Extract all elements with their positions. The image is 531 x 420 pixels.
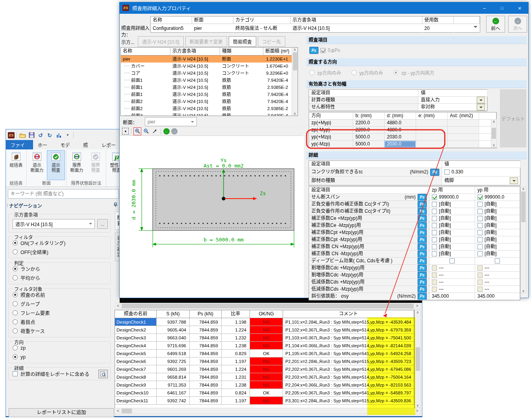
checkbox-icon[interactable] <box>432 209 437 214</box>
checkbox-icon[interactable] <box>477 237 483 242</box>
section-selector-combo[interactable]: pier <box>145 117 197 126</box>
parameter-yp-cell[interactable]: [自動] <box>475 201 520 208</box>
scroll-left-icon[interactable]: < <box>115 303 121 309</box>
table-row[interactable]: DesignCheck29605.4047844.8591.224NGP1,10… <box>115 326 414 334</box>
direction-value-cell[interactable]: 5000.0 <box>353 141 385 147</box>
dialog-titlebar[interactable]: ES 照査用詳細入力プロパティ – □ × <box>119 2 529 14</box>
table-row[interactable]: DesignCheck69392.7257844.8591.197NGP2,20… <box>115 357 414 365</box>
parameter-zp-cell[interactable]: 999000.0 <box>429 194 475 201</box>
radio-icon[interactable] <box>13 301 18 306</box>
result-name-cell[interactable]: DesignCheck10 <box>115 389 157 397</box>
checkbox-icon[interactable] <box>477 244 483 249</box>
parameter-zp-cell[interactable]: --- <box>429 265 475 271</box>
checkbox-icon[interactable] <box>432 244 437 249</box>
parameter-yp-cell[interactable]: --- <box>475 265 520 271</box>
scroll-down-icon[interactable]: ∨ <box>522 289 525 293</box>
radio-option-着目点[interactable]: 着目点 <box>13 317 108 326</box>
section-name-cell[interactable]: 前面3 <box>121 112 170 116</box>
dialog-toolbar-button[interactable]: 断面要素で変更 <box>185 36 227 47</box>
table-row[interactable]: DesignCheck106461.1677844.8590.824OKP2,2… <box>115 389 414 397</box>
result-name-cell[interactable]: DesignCheck2 <box>115 326 157 334</box>
ribbon-button-限界照査[interactable]: 限界照査 <box>87 150 105 180</box>
result-name-cell[interactable]: DesignCheck7 <box>115 365 157 373</box>
radio-option-zp[interactable]: zp <box>13 343 108 352</box>
radio-icon[interactable] <box>13 275 18 280</box>
table-row[interactable]: pier道示-V H24 [10.5]断面1.2230E+1 <box>121 55 298 63</box>
radio-icon[interactable] <box>13 266 18 271</box>
open-folder-icon[interactable] <box>19 132 26 139</box>
view-forward-icon[interactable]: → <box>171 128 178 134</box>
direction-value-cell[interactable] <box>416 141 448 147</box>
checkbox-icon[interactable] <box>432 251 437 256</box>
toolbar-more-icon[interactable]: ▼ <box>64 132 71 139</box>
checkbox-icon[interactable] <box>432 202 437 207</box>
results-hscrollbar[interactable]: < > <box>115 408 421 414</box>
chart-icon[interactable] <box>55 132 62 139</box>
dialog-toolbar-button[interactable]: 簡易照査 <box>229 36 256 47</box>
table-row[interactable]: DesignCheck56499.5187844.8590.829OKP1,10… <box>115 350 414 357</box>
results-vscrollbar[interactable]: ∧ ∨ <box>414 310 421 408</box>
table-row[interactable]: DesignCheck79601.2697844.8591.224NGP2,20… <box>115 365 414 373</box>
checkbox-icon[interactable] <box>432 223 437 228</box>
direction-value-cell[interactable]: 2030.0 <box>385 134 416 140</box>
direction-radio-zp - yp方向両方[interactable]: zp - yp方向両方 <box>393 69 434 76</box>
setting-value-cell[interactable]: 0.330 <box>442 168 521 176</box>
result-name-cell[interactable]: DesignCheck3 <box>115 334 157 342</box>
pin-icon[interactable] <box>113 203 118 208</box>
scrollbar-thumb[interactable] <box>521 192 525 222</box>
scrollbar-thumb[interactable] <box>122 409 132 413</box>
direction-label-cell[interactable]: yp(+Mzp) <box>309 134 353 140</box>
parameter-yp-cell[interactable]: [自動] <box>475 251 520 257</box>
table-row[interactable]: コア道示-V H24 [10.5]コンクリート9.3296E+0 <box>121 70 298 77</box>
section-name-cell[interactable]: 前面2 <box>121 105 170 112</box>
direction-table-vscrollbar[interactable]: ∧ ∨ <box>491 119 497 147</box>
radio-icon[interactable] <box>13 249 18 254</box>
table-row[interactable]: DesignCheck19397.7887844.8591.198NGP1,10… <box>115 318 414 326</box>
result-name-cell[interactable]: DesignCheck1 <box>115 318 157 326</box>
checkbox-icon[interactable] <box>495 258 500 263</box>
next-button[interactable]: → 次へ <box>508 16 527 33</box>
tab-ファイル[interactable]: ファイル <box>6 140 33 149</box>
radio-option-平均から[interactable]: 平均から <box>13 273 108 282</box>
direction-radio-yp方向のみ[interactable]: yp方向のみ <box>352 69 383 76</box>
parameter-zp-cell[interactable]: [自動] <box>429 229 475 236</box>
scroll-up-icon[interactable]: ∧ <box>416 310 419 314</box>
radio-icon[interactable] <box>309 70 315 75</box>
table-row[interactable]: 前面1道示-V H24 [10.5]鉄筋7.9420E-4 <box>121 77 298 84</box>
scrollbar-thumb[interactable] <box>293 52 297 70</box>
scroll-up-icon[interactable]: ∧ <box>294 48 296 52</box>
redo-icon[interactable]: ↻ <box>46 132 53 139</box>
checkbox-icon[interactable] <box>432 237 437 242</box>
direction-radio-zp方向のみ[interactable]: zp方向のみ <box>309 69 341 76</box>
table-row[interactable]: 前面1道示-V H24 [10.5]鉄筋2.9385E-2 <box>121 84 298 91</box>
result-name-cell[interactable]: DesignCheck9 <box>115 381 157 389</box>
checkbox-icon[interactable] <box>477 216 483 221</box>
search-input[interactable] <box>8 189 119 199</box>
radio-icon[interactable] <box>352 70 357 75</box>
spec-combo[interactable]: 道示-V H24 [10.5] <box>13 219 95 229</box>
radio-option-荷重ケース[interactable]: 荷重ケース <box>13 326 108 335</box>
parameter-yp-cell[interactable]: [自動] <box>475 222 520 229</box>
add-to-report-list-button[interactable]: レポートリストに追加 <box>9 408 114 417</box>
checkbox-icon[interactable] <box>444 169 450 175</box>
table-row[interactable]: DesignCheck39663.0407844.8591.232NGP1,10… <box>115 334 414 342</box>
radio-option-フレーム要素[interactable]: フレーム要素 <box>13 308 108 317</box>
direction-value-cell[interactable] <box>416 127 448 133</box>
table-row[interactable]: DesignCheck119392.7427844.8591.197NGP3,3… <box>115 397 414 405</box>
direction-value-cell[interactable]: 2200.0 <box>353 127 385 133</box>
radio-icon[interactable] <box>13 354 18 359</box>
parameter-zp-cell[interactable]: --- <box>429 286 475 293</box>
table-row[interactable]: カバー道示-V H24 [10.5]コンクリート1.6704E+0 <box>121 63 298 70</box>
radio-option-ランから[interactable]: ランから <box>13 264 108 273</box>
parameter-zp-cell[interactable]: [自動] <box>429 215 475 222</box>
scrollbar-thumb[interactable] <box>416 347 420 371</box>
direction-value-cell[interactable]: 4880.0 <box>385 120 416 126</box>
checkbox-icon[interactable] <box>477 230 483 235</box>
result-name-cell[interactable]: DesignCheck5 <box>115 350 157 357</box>
parameter-yp-cell[interactable]: [自動] <box>475 243 520 250</box>
parameter-zp-cell[interactable]: [自動] <box>429 243 475 250</box>
section-table-vscrollbar[interactable]: ∧ ∨ <box>292 48 298 116</box>
direction-value-cell[interactable]: 2200.0 <box>353 120 385 126</box>
checkbox-icon[interactable] <box>432 195 437 200</box>
direction-value-cell[interactable] <box>416 120 448 126</box>
